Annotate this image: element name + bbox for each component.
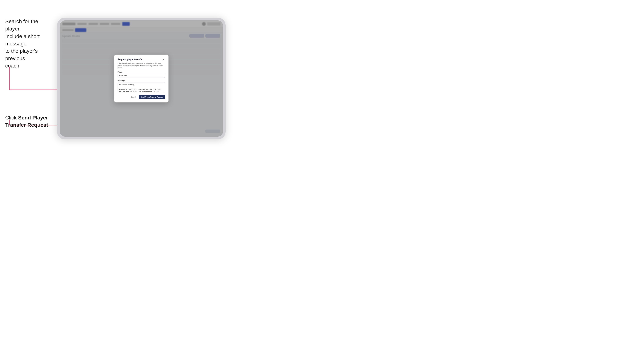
annotation-search: Search for the player. (5, 18, 54, 32)
send-transfer-button[interactable]: Send Player Transfer Request (139, 95, 165, 99)
message-textarea[interactable]: Hi Coach McHarg, Please accept this tran… (118, 82, 165, 92)
player-input[interactable] (118, 74, 165, 78)
annotation-message: Include a short messageto the player's p… (5, 33, 54, 69)
modal-header: Request player transfer ✕ (118, 58, 165, 61)
annotation-click-bold: Send PlayerTransfer Request (5, 115, 48, 128)
device-frame: Update Roster Request player transfer ✕ (57, 18, 226, 139)
cancel-button[interactable]: Cancel (129, 95, 138, 99)
device-screen: Update Roster Request player transfer ✕ (60, 20, 223, 137)
modal-footer: Cancel Send Player Transfer Request (118, 95, 165, 99)
request-transfer-modal: Request player transfer ✕ If the player … (114, 55, 168, 102)
modal-description: If the player is transferring from anoth… (118, 62, 165, 69)
message-label: Message (118, 80, 165, 81)
modal-title: Request player transfer (118, 58, 143, 61)
close-icon[interactable]: ✕ (162, 58, 165, 61)
annotation-click: Click Send PlayerTransfer Request (5, 114, 54, 129)
modal-overlay: Request player transfer ✕ If the player … (60, 20, 223, 137)
player-label: Player (118, 71, 165, 73)
